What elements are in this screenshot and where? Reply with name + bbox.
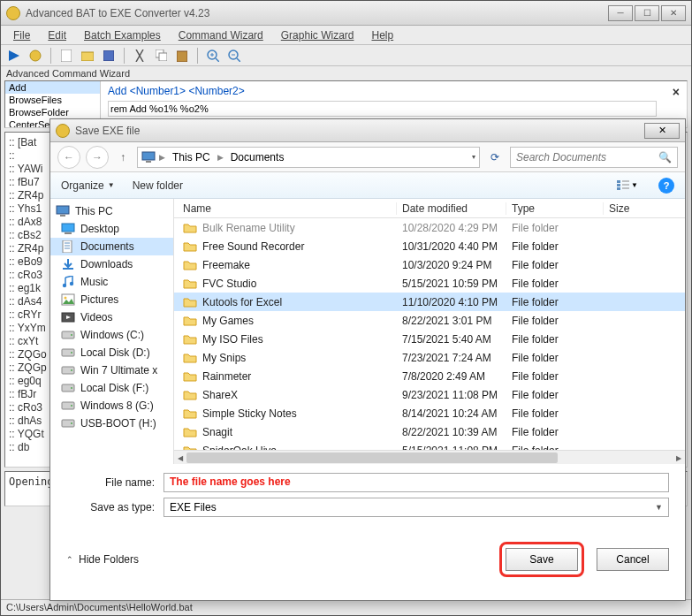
chevron-down-icon[interactable]: ▾ <box>472 153 475 161</box>
search-box[interactable]: 🔍 <box>510 147 678 168</box>
save-icon[interactable] <box>101 48 117 64</box>
tree-item[interactable]: Windows 8 (G:) <box>50 397 173 414</box>
zoom-out-icon[interactable] <box>226 48 242 64</box>
tree-item[interactable]: Music <box>50 273 173 291</box>
back-button[interactable]: ← <box>57 146 80 169</box>
scroll-thumb[interactable] <box>186 452 558 463</box>
menu-help[interactable]: Help <box>364 27 400 43</box>
hide-folders-button[interactable]: ⌃ Hide Folders <box>66 553 139 566</box>
file-row[interactable]: Snagit8/22/2021 10:39 AMFile folder <box>174 422 685 441</box>
paste-icon[interactable] <box>174 48 190 64</box>
cancel-button[interactable]: Cancel <box>597 548 669 571</box>
menu-edit[interactable]: Edit <box>41 27 73 43</box>
scroll-left-icon[interactable]: ◀ <box>174 451 186 465</box>
file-name: Snagit <box>202 426 232 438</box>
file-row[interactable]: My ISO Files7/15/2021 5:40 AMFile folder <box>174 330 685 348</box>
view-button[interactable]: ▼ <box>614 177 641 194</box>
svg-rect-17 <box>617 180 620 183</box>
pc-icon <box>141 151 156 164</box>
tree-item[interactable]: Videos <box>50 308 173 326</box>
file-row[interactable]: SpiderOak Hive5/15/2021 11:08 PMFile fol… <box>174 441 685 450</box>
svg-rect-3 <box>81 52 94 61</box>
file-row[interactable]: Kutools for Excel11/10/2020 4:10 PMFile … <box>174 293 685 311</box>
zoom-in-icon[interactable] <box>205 48 221 64</box>
column-type[interactable]: Type <box>506 202 604 215</box>
tree-item[interactable]: Pictures <box>50 291 173 308</box>
file-row[interactable]: Freemake10/3/2020 9:24 PMFile folder <box>174 255 685 274</box>
organize-button[interactable]: Organize ▼ <box>61 179 115 192</box>
column-name[interactable]: Name <box>174 202 397 215</box>
help-button[interactable]: ? <box>658 178 674 194</box>
column-date[interactable]: Date modified <box>397 202 506 215</box>
wizard-list-item[interactable]: BrowseFolder <box>5 106 100 118</box>
horizontal-scrollbar[interactable]: ◀ ▶ <box>174 450 685 464</box>
dialog-body: This PCDesktopDocumentsDownloadsMusicPic… <box>50 199 685 464</box>
tree-item[interactable]: Local Disk (F:) <box>50 379 173 397</box>
breadcrumb-item[interactable]: Documents <box>227 151 288 164</box>
file-date: 11/10/2020 4:10 PM <box>397 296 506 308</box>
maximize-button[interactable]: ☐ <box>635 5 659 21</box>
minimize-button[interactable]: ─ <box>608 5 633 21</box>
file-row[interactable]: Free Sound Recorder10/31/2020 4:40 PMFil… <box>174 237 685 255</box>
new-folder-button[interactable]: New folder <box>133 179 183 192</box>
cut-icon[interactable] <box>132 48 148 64</box>
menu-file[interactable]: File <box>6 27 37 43</box>
toolbar <box>1 45 691 66</box>
file-list-header[interactable]: Name Date modified Type Size <box>174 199 685 218</box>
refresh-button[interactable]: ⟳ <box>485 148 505 167</box>
file-row[interactable]: My Snips7/23/2021 7:24 AMFile folder <box>174 348 685 367</box>
chevron-down-icon: ▼ <box>108 181 115 189</box>
filename-input[interactable]: The file name goes here <box>163 473 669 492</box>
tree-item[interactable]: Documents <box>50 238 173 255</box>
file-name: My ISO Files <box>202 333 263 346</box>
tree-root[interactable]: This PC <box>50 202 173 220</box>
column-size[interactable]: Size <box>604 202 685 215</box>
breadcrumb-item[interactable]: This PC <box>169 151 214 164</box>
dialog-nav: ← → ↑ ▶ This PC ▶ Documents ▾ ⟳ 🔍 <box>50 142 685 172</box>
menu-command-wizard[interactable]: Command Wizard <box>171 27 270 43</box>
close-button[interactable]: ✕ <box>661 5 686 21</box>
tree-item[interactable]: Win 7 Ultimate x <box>50 361 173 379</box>
copy-icon[interactable] <box>153 48 169 64</box>
file-row[interactable]: FVC Studio5/15/2021 10:59 PMFile folder <box>174 274 685 293</box>
file-row[interactable]: Simple Sticky Notes8/14/2021 10:24 AMFil… <box>174 404 685 422</box>
tree-item[interactable]: Windows (C:) <box>50 326 173 344</box>
menu-graphic-wizard[interactable]: Graphic Wizard <box>274 27 361 43</box>
up-button[interactable]: ↑ <box>114 148 132 166</box>
scroll-right-icon[interactable]: ▶ <box>673 451 685 465</box>
wizard-list-item[interactable]: BrowseFiles <box>5 94 100 106</box>
svg-rect-27 <box>63 240 72 253</box>
file-date: 8/22/2021 3:01 PM <box>397 315 506 327</box>
tree-item[interactable]: USB-BOOT (H:) <box>50 414 173 432</box>
menu-batch-examples[interactable]: Batch Examples <box>77 27 168 43</box>
wizard-list-item[interactable]: Add <box>5 81 100 94</box>
file-date: 10/3/2020 9:24 PM <box>397 259 506 271</box>
wizard-close-icon[interactable]: × <box>673 85 680 99</box>
tree-item-label: Windows (C:) <box>80 329 144 341</box>
svg-rect-15 <box>142 152 155 160</box>
save-button[interactable]: Save <box>506 548 578 571</box>
tree-item[interactable]: Desktop <box>50 220 173 238</box>
dialog-titlebar: Save EXE file ✕ <box>50 119 685 142</box>
run-icon[interactable] <box>6 48 22 64</box>
search-input[interactable] <box>516 151 658 164</box>
tree-item[interactable]: Downloads <box>50 255 173 273</box>
dialog-close-button[interactable]: ✕ <box>644 123 680 139</box>
svg-line-13 <box>237 58 240 62</box>
file-row[interactable]: ShareX9/23/2021 11:08 PMFile folder <box>174 385 685 404</box>
open-icon[interactable] <box>80 48 95 64</box>
forward-button[interactable]: → <box>86 146 109 169</box>
breadcrumb[interactable]: ▶ This PC ▶ Documents ▾ <box>137 147 480 168</box>
disk-icon <box>61 346 75 359</box>
file-row[interactable]: Rainmeter7/8/2020 2:49 AMFile folder <box>174 367 685 385</box>
savetype-select[interactable]: EXE Files ▼ <box>163 498 669 517</box>
file-rows[interactable]: Bulk Rename Utility10/28/2020 4:29 PMFil… <box>174 218 685 450</box>
file-type: File folder <box>506 389 604 401</box>
file-row[interactable]: Bulk Rename Utility10/28/2020 4:29 PMFil… <box>174 218 685 237</box>
build-icon[interactable] <box>27 48 43 64</box>
new-icon[interactable] <box>58 48 74 64</box>
tree-item[interactable]: Local Disk (D:) <box>50 344 173 361</box>
nav-tree[interactable]: This PCDesktopDocumentsDownloadsMusicPic… <box>50 199 174 464</box>
wizard-input[interactable] <box>108 101 657 117</box>
file-row[interactable]: My Games8/22/2021 3:01 PMFile folder <box>174 311 685 330</box>
